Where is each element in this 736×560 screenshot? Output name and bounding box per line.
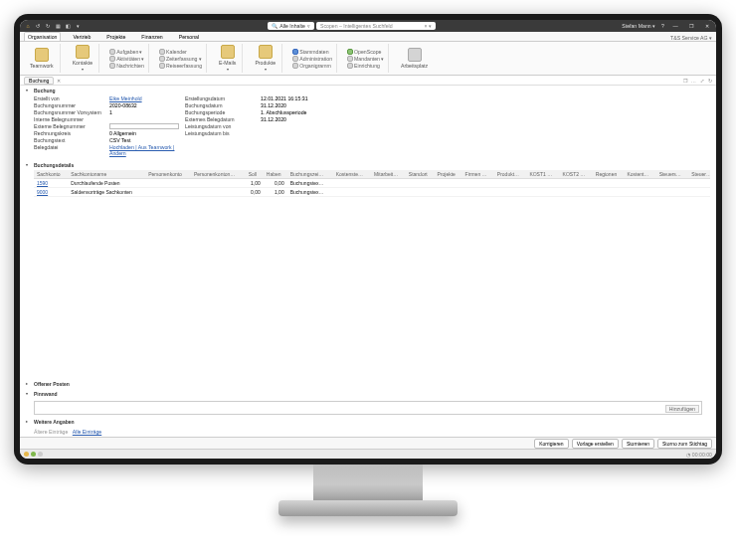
table-cell [688, 179, 710, 188]
storno-stichtag-button[interactable]: Storno zum Stichtag [657, 439, 712, 449]
section-weitere[interactable]: Weitere Angaben [26, 417, 710, 427]
pin-icon[interactable]: ◧ [64, 23, 72, 29]
tab-personal[interactable]: Personal [175, 32, 203, 41]
tab-vertrieb[interactable]: Vertrieb [69, 32, 94, 41]
table-header[interactable]: Sachkontoname [68, 170, 145, 179]
table-cell [406, 179, 435, 188]
table-header[interactable]: Steuers… [656, 170, 689, 179]
pinnwand-input[interactable]: Hinzufügen [34, 401, 702, 415]
form-value: 0 Allgemein [109, 130, 179, 136]
table-cell [593, 179, 625, 188]
table-header[interactable]: Firmen … [462, 170, 494, 179]
table-header[interactable]: Buchungszei… [287, 170, 333, 179]
maximize-button[interactable]: ❐ [686, 23, 696, 29]
table-header[interactable]: Personenkonto [145, 170, 191, 179]
reiseerfassung-button[interactable]: Reiseerfassung [159, 63, 202, 69]
table-header[interactable]: KOST2 … [560, 170, 593, 179]
section-buchung[interactable]: Buchung [26, 86, 710, 95]
table-header[interactable]: Steuer… [688, 170, 710, 179]
minimize-button[interactable]: — [670, 23, 680, 29]
help-icon[interactable]: ? [661, 23, 664, 29]
section-offener[interactable]: Offener Posten [26, 379, 710, 389]
nachrichten-button[interactable]: Nachrichten [109, 63, 144, 69]
status-dot-3[interactable] [38, 452, 43, 457]
section-pinnwand[interactable]: Pinnwand [26, 389, 710, 399]
emails-button[interactable]: E-Mails [217, 45, 238, 72]
stammdaten-button[interactable]: Stammdaten [292, 49, 332, 55]
table-header[interactable]: Sachkonto [34, 170, 68, 179]
clear-icon[interactable]: × ▾ [424, 23, 431, 29]
arbeitsplatz-button[interactable]: Arbeitsplatz [399, 48, 430, 69]
korrigieren-button[interactable]: Korrigieren [534, 439, 568, 449]
kontakte-icon [76, 45, 90, 59]
produkte-button[interactable]: Produkte [253, 45, 277, 72]
table-header[interactable]: KOST1 … [526, 170, 559, 179]
aufgaben-button[interactable]: Aufgaben ▾ [109, 49, 144, 55]
table-header[interactable]: Kostent… [624, 170, 655, 179]
tool-icon-3[interactable]: ⤢ [700, 78, 704, 84]
form-value[interactable] [109, 123, 179, 129]
tool-icon-4[interactable]: ↻ [708, 78, 712, 84]
status-dot-1[interactable] [24, 452, 29, 457]
table-header[interactable]: Standort [406, 170, 435, 179]
section-details[interactable]: Buchungsdetails [26, 160, 710, 170]
einrichtung-button[interactable]: Einrichtung [347, 63, 384, 69]
form-label: Leistungsdatum bis [185, 130, 255, 136]
table-row[interactable]: 9000Saldenvorträge Sachkonten0,001,00Buc… [34, 188, 710, 197]
status-dot-2[interactable] [31, 452, 36, 457]
table-row[interactable]: 1590Durchlaufende Posten1,000,00Buchungs… [34, 179, 710, 188]
user-menu[interactable]: Stefan Mann ▾ [622, 23, 655, 29]
tab-organisation[interactable]: Organisation [24, 32, 61, 41]
table-cell [494, 188, 527, 197]
form-value: 2020-08632 [109, 102, 179, 108]
zeiterfassung-button[interactable]: Zeiterfassung ▾ [159, 56, 202, 62]
table-cell: 1,00 [264, 188, 287, 197]
form-value: 12.01.2021 16:15:31 [261, 95, 330, 101]
message-icon [109, 63, 115, 69]
form-value[interactable]: Eike Meinhold [109, 95, 179, 101]
forward-icon[interactable]: ↻ [44, 23, 52, 29]
tool-icon-2[interactable]: … [691, 78, 696, 84]
tab-projekte[interactable]: Projekte [102, 32, 129, 41]
teamwork-icon [35, 48, 49, 62]
teamwork-button[interactable]: Teamwork [28, 48, 56, 69]
administration-button[interactable]: Administration [292, 56, 332, 62]
stornieren-button[interactable]: Stornieren [622, 439, 654, 449]
close-button[interactable]: ✕ [702, 23, 712, 29]
aktivitaten-button[interactable]: Aktivitäten ▾ [109, 56, 144, 62]
mandanten-button[interactable]: Mandanten ▾ [347, 56, 384, 62]
vorlage-button[interactable]: Vorlage erstellen [572, 439, 619, 449]
form-value[interactable]: Hochladen | Aus Teamwork | Ändern [109, 144, 179, 156]
table-header[interactable]: Regionen [593, 170, 625, 179]
table-cell: 9000 [34, 188, 68, 197]
table-cell: 1,00 [246, 179, 264, 188]
tool-icon-1[interactable]: ❐ [683, 78, 687, 84]
grid-icon[interactable]: ▦ [54, 23, 62, 29]
search-scope[interactable]: 🔍 Alle Inhalte ▿ [268, 22, 314, 30]
add-button[interactable]: Hinzufügen [665, 405, 699, 413]
tab-finanzen[interactable]: Finanzen [137, 32, 166, 41]
openscope-button[interactable]: OpenScope [347, 49, 384, 55]
table-header[interactable]: Personenkonton… [191, 170, 246, 179]
back-icon[interactable]: ↺ [34, 23, 42, 29]
dropdown-icon[interactable]: ▾ [74, 23, 82, 29]
kalender-button[interactable]: Kalender [159, 49, 202, 55]
organigramm-button[interactable]: Organigramm [292, 63, 332, 69]
search-input[interactable]: Scopen – Intelligentes Suchfeld × ▾ [316, 22, 436, 30]
table-header[interactable]: Projekte [435, 170, 462, 179]
table-cell: 0,00 [264, 179, 287, 188]
company-selector[interactable]: T&S Service AG ▾ [670, 35, 712, 41]
document-tab[interactable]: Buchung [24, 77, 54, 85]
status-time: ◔ 00:00:00 [686, 452, 712, 458]
table-cell [145, 188, 191, 197]
close-tab-icon[interactable]: ✕ [57, 78, 61, 84]
table-header[interactable]: Soll [246, 170, 264, 179]
home-icon[interactable]: ⌂ [24, 23, 32, 29]
kontakte-button[interactable]: Kontakte [71, 45, 94, 72]
table-header[interactable]: Produkt… [494, 170, 527, 179]
table-header[interactable]: Kostenste… [333, 170, 371, 179]
table-cell [560, 188, 593, 197]
all-entries-link[interactable]: Alle Einträge [73, 429, 101, 435]
table-header[interactable]: Mitarbeit… [371, 170, 406, 179]
table-header[interactable]: Haben [264, 170, 287, 179]
